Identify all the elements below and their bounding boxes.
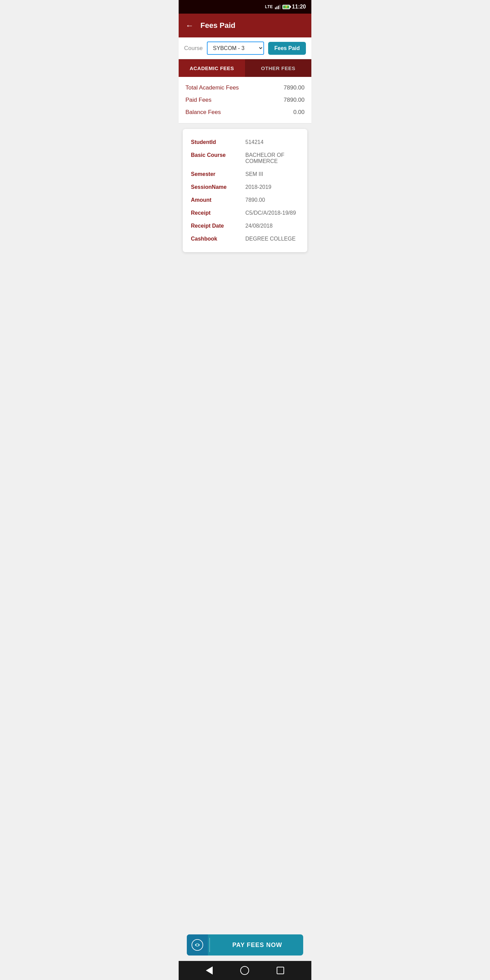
pay-button-container: PAY FEES NOW	[179, 929, 311, 961]
back-button[interactable]: ←	[185, 21, 194, 30]
pay-fees-now-button[interactable]: PAY FEES NOW	[187, 934, 303, 956]
receipt-date-value: 24/08/2018	[245, 223, 299, 229]
svg-rect-2	[278, 6, 279, 10]
status-bar: LTE ⚡ 11:20	[179, 0, 311, 14]
detail-card: StudentId 514214 Basic Course BACHELOR O…	[183, 129, 307, 252]
cashbook-value: DEGREE COLLEGE	[245, 236, 299, 242]
pay-btn-divider	[209, 938, 210, 952]
receipt-value: C5/DC/A/2018-19/89	[245, 210, 299, 216]
session-name-row: SessionName 2018-2019	[191, 181, 299, 194]
session-name-label: SessionName	[191, 184, 245, 190]
cashbook-label: Cashbook	[191, 236, 245, 242]
fees-paid-button[interactable]: Fees Paid	[268, 42, 306, 55]
nav-bar	[179, 961, 311, 980]
battery-icon: ⚡	[282, 5, 290, 9]
semester-label: Semester	[191, 171, 245, 177]
receipt-date-label: Receipt Date	[191, 223, 245, 229]
top-bar: ← Fees Paid	[179, 14, 311, 37]
page-title: Fees Paid	[200, 21, 235, 30]
amount-row: Amount 7890.00	[191, 194, 299, 207]
session-name-value: 2018-2019	[245, 184, 299, 190]
signal-icon	[275, 5, 280, 9]
home-nav-icon[interactable]	[240, 966, 249, 975]
course-row: Course SYBCOM - 3 FYBCOM - 1 TYBCOM - 5 …	[179, 37, 311, 59]
semester-row: Semester SEM III	[191, 168, 299, 181]
total-academic-fees-row: Total Academic Fees 7890.00	[185, 82, 305, 94]
basic-course-row: Basic Course BACHELOR OF COMMERCE	[191, 149, 299, 168]
pay-icon-container	[187, 934, 208, 956]
back-nav-icon[interactable]	[206, 966, 213, 975]
total-academic-fees-value: 7890.00	[284, 84, 305, 91]
paid-fees-value: 7890.00	[284, 97, 305, 103]
student-id-label: StudentId	[191, 139, 245, 145]
total-academic-fees-label: Total Academic Fees	[185, 84, 239, 91]
amount-label: Amount	[191, 197, 245, 203]
tab-other-fees[interactable]: OTHER FEES	[245, 59, 311, 77]
receipt-date-row: Receipt Date 24/08/2018	[191, 220, 299, 232]
svg-rect-1	[277, 6, 278, 9]
svg-point-5	[196, 943, 198, 946]
tab-academic-fees[interactable]: ACADEMIC FEES	[179, 59, 245, 77]
receipt-label: Receipt	[191, 210, 245, 216]
basic-course-value: BACHELOR OF COMMERCE	[245, 152, 299, 164]
tab-row: ACADEMIC FEES OTHER FEES	[179, 59, 311, 77]
lte-indicator: LTE	[265, 5, 273, 9]
svg-rect-0	[275, 8, 276, 9]
course-select[interactable]: SYBCOM - 3 FYBCOM - 1 TYBCOM - 5	[207, 41, 264, 55]
clock: 11:20	[292, 4, 306, 10]
cashbook-row: Cashbook DEGREE COLLEGE	[191, 232, 299, 245]
balance-fees-value: 0.00	[293, 109, 305, 116]
course-label: Course	[184, 45, 203, 52]
svg-rect-3	[279, 5, 280, 9]
student-id-row: StudentId 514214	[191, 136, 299, 149]
fee-summary: Total Academic Fees 7890.00 Paid Fees 78…	[179, 77, 311, 124]
balance-fees-row: Balance Fees 0.00	[185, 106, 305, 118]
balance-fees-label: Balance Fees	[185, 109, 221, 116]
recents-nav-icon[interactable]	[277, 967, 284, 974]
paid-fees-label: Paid Fees	[185, 97, 212, 103]
semester-value: SEM III	[245, 171, 299, 177]
receipt-row: Receipt C5/DC/A/2018-19/89	[191, 207, 299, 220]
amount-value: 7890.00	[245, 197, 299, 203]
pay-fees-now-label: PAY FEES NOW	[211, 942, 303, 949]
basic-course-label: Basic Course	[191, 152, 245, 158]
student-id-value: 514214	[245, 139, 299, 145]
paytm-icon	[191, 939, 204, 951]
paid-fees-row: Paid Fees 7890.00	[185, 94, 305, 106]
